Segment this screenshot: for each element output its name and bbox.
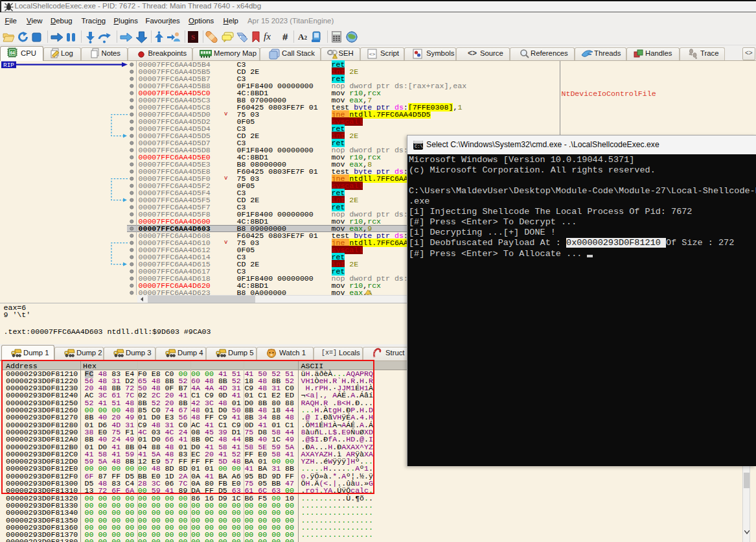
svg-text:S: S <box>191 33 195 41</box>
svg-text:64: 64 <box>10 51 15 55</box>
svg-text:RIP: RIP <box>3 62 14 69</box>
svg-text:<>: <> <box>369 51 376 57</box>
svg-text:C:\: C:\ <box>415 144 423 149</box>
